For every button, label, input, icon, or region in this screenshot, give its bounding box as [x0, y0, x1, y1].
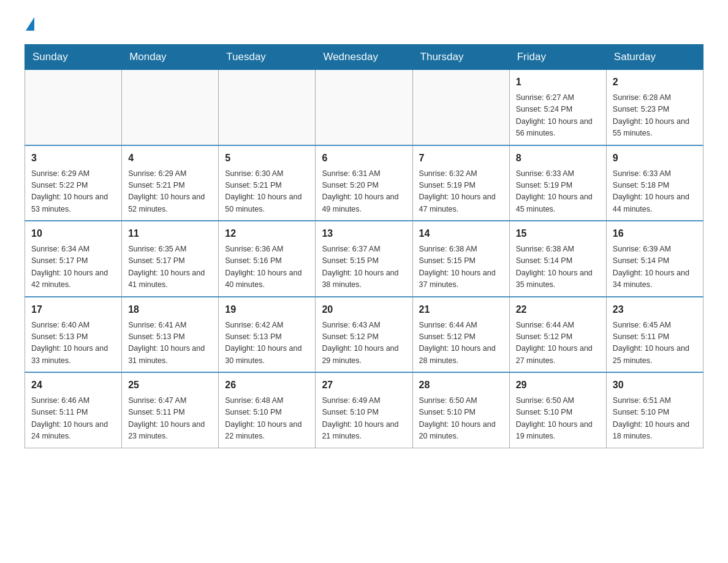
calendar-cell: 24Sunrise: 6:46 AMSunset: 5:11 PMDayligh…: [25, 372, 122, 448]
weekday-header-sunday: Sunday: [25, 45, 122, 70]
day-info: Sunrise: 6:42 AMSunset: 5:13 PMDaylight:…: [225, 320, 309, 367]
day-number: 10: [31, 226, 115, 241]
day-info: Sunrise: 6:44 AMSunset: 5:12 PMDaylight:…: [516, 320, 600, 367]
day-info: Sunrise: 6:33 AMSunset: 5:19 PMDaylight:…: [516, 168, 600, 216]
day-info: Sunrise: 6:34 AMSunset: 5:17 PMDaylight:…: [31, 243, 115, 291]
day-number: 16: [613, 226, 697, 241]
weekday-header-wednesday: Wednesday: [316, 45, 412, 70]
weekday-header-row: SundayMondayTuesdayWednesdayThursdayFrid…: [25, 45, 703, 70]
day-number: 26: [225, 378, 309, 393]
calendar-cell: [316, 70, 412, 145]
day-number: 3: [31, 151, 115, 166]
weekday-header-saturday: Saturday: [606, 45, 703, 70]
calendar-cell: 10Sunrise: 6:34 AMSunset: 5:17 PMDayligh…: [25, 221, 122, 297]
day-info: Sunrise: 6:47 AMSunset: 5:11 PMDaylight:…: [128, 395, 212, 443]
day-info: Sunrise: 6:50 AMSunset: 5:10 PMDaylight:…: [516, 395, 600, 443]
day-info: Sunrise: 6:38 AMSunset: 5:14 PMDaylight:…: [516, 243, 600, 291]
calendar-cell: 4Sunrise: 6:29 AMSunset: 5:21 PMDaylight…: [122, 145, 219, 221]
day-number: 12: [225, 226, 309, 241]
day-number: 22: [516, 302, 600, 317]
day-number: 27: [322, 378, 406, 393]
day-number: 20: [322, 302, 406, 317]
day-info: Sunrise: 6:32 AMSunset: 5:19 PMDaylight:…: [419, 168, 503, 216]
page-header: [25, 18, 703, 32]
calendar-cell: 8Sunrise: 6:33 AMSunset: 5:19 PMDaylight…: [509, 145, 606, 221]
day-info: Sunrise: 6:35 AMSunset: 5:17 PMDaylight:…: [128, 243, 212, 291]
day-info: Sunrise: 6:40 AMSunset: 5:13 PMDaylight:…: [31, 320, 115, 367]
calendar-cell: 12Sunrise: 6:36 AMSunset: 5:16 PMDayligh…: [219, 221, 316, 297]
day-number: 15: [516, 226, 600, 241]
calendar-cell: 2Sunrise: 6:28 AMSunset: 5:23 PMDaylight…: [606, 70, 703, 145]
day-info: Sunrise: 6:29 AMSunset: 5:21 PMDaylight:…: [128, 168, 212, 216]
day-info: Sunrise: 6:51 AMSunset: 5:10 PMDaylight:…: [613, 395, 697, 443]
calendar-cell: 22Sunrise: 6:44 AMSunset: 5:12 PMDayligh…: [509, 297, 606, 373]
day-info: Sunrise: 6:48 AMSunset: 5:10 PMDaylight:…: [225, 395, 309, 443]
calendar-cell: [412, 70, 509, 145]
day-number: 5: [225, 151, 309, 166]
day-number: 21: [419, 302, 503, 317]
day-number: 23: [613, 302, 697, 317]
day-number: 6: [322, 151, 406, 166]
day-number: 1: [516, 75, 600, 90]
day-info: Sunrise: 6:38 AMSunset: 5:15 PMDaylight:…: [419, 243, 503, 291]
calendar-cell: 11Sunrise: 6:35 AMSunset: 5:17 PMDayligh…: [122, 221, 219, 297]
day-number: 7: [419, 151, 503, 166]
day-info: Sunrise: 6:30 AMSunset: 5:21 PMDaylight:…: [225, 168, 309, 216]
day-number: 14: [419, 226, 503, 241]
calendar-cell: 26Sunrise: 6:48 AMSunset: 5:10 PMDayligh…: [219, 372, 316, 448]
weekday-header-thursday: Thursday: [412, 45, 509, 70]
calendar-cell: 15Sunrise: 6:38 AMSunset: 5:14 PMDayligh…: [509, 221, 606, 297]
day-info: Sunrise: 6:43 AMSunset: 5:12 PMDaylight:…: [322, 320, 406, 367]
calendar-cell: 1Sunrise: 6:27 AMSunset: 5:24 PMDaylight…: [509, 70, 606, 145]
calendar-cell: 29Sunrise: 6:50 AMSunset: 5:10 PMDayligh…: [509, 372, 606, 448]
day-info: Sunrise: 6:27 AMSunset: 5:24 PMDaylight:…: [516, 92, 600, 140]
calendar-table: SundayMondayTuesdayWednesdayThursdayFrid…: [25, 44, 703, 448]
weekday-header-monday: Monday: [122, 45, 219, 70]
calendar-cell: 17Sunrise: 6:40 AMSunset: 5:13 PMDayligh…: [25, 297, 122, 373]
calendar-cell: 25Sunrise: 6:47 AMSunset: 5:11 PMDayligh…: [122, 372, 219, 448]
calendar-cell: 7Sunrise: 6:32 AMSunset: 5:19 PMDaylight…: [412, 145, 509, 221]
calendar-week-row: 3Sunrise: 6:29 AMSunset: 5:22 PMDaylight…: [25, 145, 703, 221]
calendar-cell: 5Sunrise: 6:30 AMSunset: 5:21 PMDaylight…: [219, 145, 316, 221]
day-number: 19: [225, 302, 309, 317]
calendar-week-row: 24Sunrise: 6:46 AMSunset: 5:11 PMDayligh…: [25, 372, 703, 448]
calendar-cell: 16Sunrise: 6:39 AMSunset: 5:14 PMDayligh…: [606, 221, 703, 297]
calendar-cell: 23Sunrise: 6:45 AMSunset: 5:11 PMDayligh…: [606, 297, 703, 373]
calendar-cell: 21Sunrise: 6:44 AMSunset: 5:12 PMDayligh…: [412, 297, 509, 373]
logo-triangle-icon: [26, 17, 34, 31]
calendar-cell: 19Sunrise: 6:42 AMSunset: 5:13 PMDayligh…: [219, 297, 316, 373]
day-info: Sunrise: 6:44 AMSunset: 5:12 PMDaylight:…: [419, 320, 503, 367]
day-info: Sunrise: 6:46 AMSunset: 5:11 PMDaylight:…: [31, 395, 115, 443]
day-number: 17: [31, 302, 115, 317]
day-number: 2: [613, 75, 697, 90]
calendar-week-row: 17Sunrise: 6:40 AMSunset: 5:13 PMDayligh…: [25, 297, 703, 373]
day-number: 13: [322, 226, 406, 241]
day-number: 4: [128, 151, 212, 166]
day-number: 25: [128, 378, 212, 393]
day-info: Sunrise: 6:39 AMSunset: 5:14 PMDaylight:…: [613, 243, 697, 291]
day-info: Sunrise: 6:36 AMSunset: 5:16 PMDaylight:…: [225, 243, 309, 291]
day-number: 9: [613, 151, 697, 166]
day-info: Sunrise: 6:37 AMSunset: 5:15 PMDaylight:…: [322, 243, 406, 291]
calendar-cell: [25, 70, 122, 145]
day-number: 29: [516, 378, 600, 393]
calendar-cell: 13Sunrise: 6:37 AMSunset: 5:15 PMDayligh…: [316, 221, 412, 297]
calendar-cell: 14Sunrise: 6:38 AMSunset: 5:15 PMDayligh…: [412, 221, 509, 297]
calendar-week-row: 10Sunrise: 6:34 AMSunset: 5:17 PMDayligh…: [25, 221, 703, 297]
calendar-cell: 9Sunrise: 6:33 AMSunset: 5:18 PMDaylight…: [606, 145, 703, 221]
weekday-header-tuesday: Tuesday: [219, 45, 316, 70]
day-number: 30: [613, 378, 697, 393]
day-number: 11: [128, 226, 212, 241]
day-number: 24: [31, 378, 115, 393]
day-info: Sunrise: 6:31 AMSunset: 5:20 PMDaylight:…: [322, 168, 406, 216]
calendar-cell: 6Sunrise: 6:31 AMSunset: 5:20 PMDaylight…: [316, 145, 412, 221]
day-number: 28: [419, 378, 503, 393]
day-number: 8: [516, 151, 600, 166]
day-number: 18: [128, 302, 212, 317]
calendar-cell: 3Sunrise: 6:29 AMSunset: 5:22 PMDaylight…: [25, 145, 122, 221]
calendar-cell: [219, 70, 316, 145]
day-info: Sunrise: 6:50 AMSunset: 5:10 PMDaylight:…: [419, 395, 503, 443]
calendar-cell: 28Sunrise: 6:50 AMSunset: 5:10 PMDayligh…: [412, 372, 509, 448]
calendar-cell: 20Sunrise: 6:43 AMSunset: 5:12 PMDayligh…: [316, 297, 412, 373]
calendar-week-row: 1Sunrise: 6:27 AMSunset: 5:24 PMDaylight…: [25, 70, 703, 145]
